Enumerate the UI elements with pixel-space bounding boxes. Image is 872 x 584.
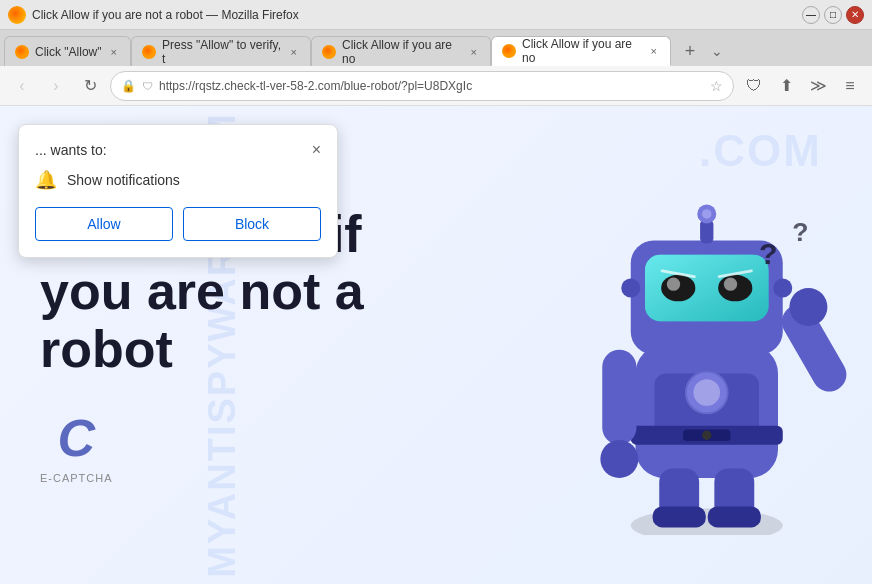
close-button[interactable]: ✕ [846,6,864,24]
captcha-area: C E-CAPTCHA [40,408,113,484]
notification-popup: ... wants to: × 🔔 Show notifications All… [18,124,338,258]
bell-icon: 🔔 [35,169,57,191]
tab-1-icon [15,45,29,59]
svg-text:?: ? [759,236,778,270]
svg-point-5 [702,431,712,441]
tab-2-label: Press "Allow" to verify, t [162,38,282,66]
main-content: MYANTISPYWARE.COM .COM ... wants to: × 🔔… [0,106,872,584]
reload-button[interactable]: ↻ [76,72,104,100]
title-bar: Click Allow if you are not a robot — Moz… [0,0,872,30]
show-notifications-text: Show notifications [67,172,180,188]
svg-point-26 [773,279,792,298]
maximize-button[interactable]: □ [824,6,842,24]
popup-header: ... wants to: × [35,141,321,159]
tab-bar: Click "Allow" × Press "Allow" to verify,… [0,30,872,66]
popup-notification-row: 🔔 Show notifications [35,169,321,191]
svg-point-18 [667,278,680,291]
block-button[interactable]: Block [183,207,321,241]
svg-point-11 [789,288,827,326]
address-text: https://rqstz.check-tl-ver-58-2.com/blue… [159,79,704,93]
captcha-label: E-CAPTCHA [40,472,113,484]
bookmark-icon[interactable]: ☆ [710,78,723,94]
svg-rect-31 [653,507,706,528]
captcha-logo: C [46,408,106,468]
tab-1-close[interactable]: × [108,45,120,59]
lock-icon: 🔒 [121,79,136,93]
tab-4-label: Click Allow if you are no [522,37,642,65]
tab-3-label: Click Allow if you are no [342,38,462,66]
firefox-icon [8,6,26,24]
svg-rect-32 [708,507,761,528]
tab-4[interactable]: Click Allow if you are no × [491,36,671,66]
robot-illustration: ? ? [552,155,852,535]
svg-text:?: ? [792,217,808,247]
svg-point-19 [724,278,737,291]
back-button[interactable]: ‹ [8,72,36,100]
tab-3-close[interactable]: × [468,45,480,59]
tab-1[interactable]: Click "Allow" × [4,36,131,66]
address-bar[interactable]: 🔒 🛡 https://rqstz.check-tl-ver-58-2.com/… [110,71,734,101]
captcha-symbol: C [58,408,96,468]
new-tab-button[interactable]: + [675,36,705,66]
tab-4-close[interactable]: × [648,44,660,58]
nav-right-controls: 🛡 ⬆ ≫ ≡ [740,72,864,100]
heading-line2: you are not a [40,262,364,320]
share-btn[interactable]: ⬆ [772,72,800,100]
svg-rect-8 [602,350,636,445]
shield-icon: 🛡 [142,80,153,92]
svg-point-24 [702,209,712,219]
tab-3-icon [322,45,336,59]
tab-2-close[interactable]: × [288,45,300,59]
window-controls: — □ ✕ [802,6,864,24]
menu-button[interactable]: ≡ [836,72,864,100]
tab-overflow-button[interactable]: ⌄ [705,36,729,66]
tab-2[interactable]: Press "Allow" to verify, t × [131,36,311,66]
tab-4-icon [502,44,516,58]
popup-buttons: Allow Block [35,207,321,241]
popup-close-button[interactable]: × [312,141,321,159]
window-title: Click Allow if you are not a robot — Moz… [32,8,299,22]
allow-button[interactable]: Allow [35,207,173,241]
extensions-btn[interactable]: ≫ [804,72,832,100]
minimize-button[interactable]: — [802,6,820,24]
popup-wants-text: ... wants to: [35,142,107,158]
heading-line3: robot [40,320,173,378]
svg-point-9 [600,440,638,478]
tab-1-label: Click "Allow" [35,45,102,59]
robot-area: ? ? [532,106,872,584]
forward-button[interactable]: › [42,72,70,100]
tab-3[interactable]: Click Allow if you are no × [311,36,491,66]
svg-point-25 [621,279,640,298]
svg-point-7 [693,379,720,406]
nav-bar: ‹ › ↻ 🔒 🛡 https://rqstz.check-tl-ver-58-… [0,66,872,106]
shield-btn[interactable]: 🛡 [740,72,768,100]
tab-2-icon [142,45,156,59]
